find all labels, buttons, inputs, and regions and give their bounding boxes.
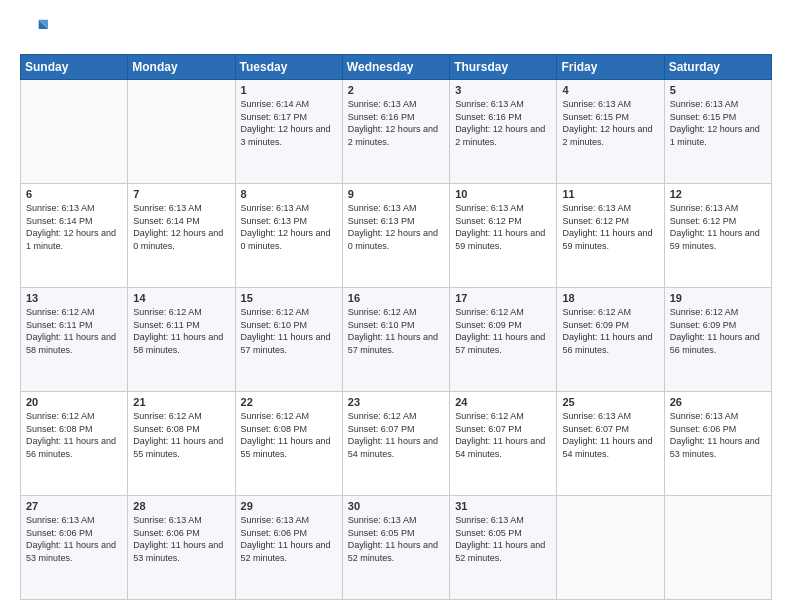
day-number: 6 [26,188,122,200]
calendar-cell [128,80,235,184]
weekday-header-sunday: Sunday [21,55,128,80]
day-number: 23 [348,396,444,408]
day-number: 22 [241,396,337,408]
day-number: 1 [241,84,337,96]
day-number: 2 [348,84,444,96]
day-number: 7 [133,188,229,200]
cell-content: Sunrise: 6:12 AM Sunset: 6:08 PM Dayligh… [241,410,337,460]
day-number: 27 [26,500,122,512]
day-number: 21 [133,396,229,408]
day-number: 10 [455,188,551,200]
calendar-cell [664,496,771,600]
cell-content: Sunrise: 6:13 AM Sunset: 6:16 PM Dayligh… [348,98,444,148]
calendar-cell: 23Sunrise: 6:12 AM Sunset: 6:07 PM Dayli… [342,392,449,496]
cell-content: Sunrise: 6:13 AM Sunset: 6:15 PM Dayligh… [670,98,766,148]
cell-content: Sunrise: 6:13 AM Sunset: 6:05 PM Dayligh… [455,514,551,564]
calendar-cell: 16Sunrise: 6:12 AM Sunset: 6:10 PM Dayli… [342,288,449,392]
calendar-cell: 22Sunrise: 6:12 AM Sunset: 6:08 PM Dayli… [235,392,342,496]
calendar-cell: 17Sunrise: 6:12 AM Sunset: 6:09 PM Dayli… [450,288,557,392]
day-number: 25 [562,396,658,408]
cell-content: Sunrise: 6:12 AM Sunset: 6:09 PM Dayligh… [562,306,658,356]
weekday-header-row: SundayMondayTuesdayWednesdayThursdayFrid… [21,55,772,80]
cell-content: Sunrise: 6:12 AM Sunset: 6:10 PM Dayligh… [348,306,444,356]
logo-icon [20,16,48,44]
cell-content: Sunrise: 6:13 AM Sunset: 6:06 PM Dayligh… [26,514,122,564]
weekday-header-wednesday: Wednesday [342,55,449,80]
calendar-cell: 3Sunrise: 6:13 AM Sunset: 6:16 PM Daylig… [450,80,557,184]
calendar-week-5: 27Sunrise: 6:13 AM Sunset: 6:06 PM Dayli… [21,496,772,600]
day-number: 29 [241,500,337,512]
day-number: 24 [455,396,551,408]
day-number: 9 [348,188,444,200]
calendar-cell: 2Sunrise: 6:13 AM Sunset: 6:16 PM Daylig… [342,80,449,184]
calendar-cell: 29Sunrise: 6:13 AM Sunset: 6:06 PM Dayli… [235,496,342,600]
day-number: 19 [670,292,766,304]
calendar-cell: 5Sunrise: 6:13 AM Sunset: 6:15 PM Daylig… [664,80,771,184]
calendar-cell: 19Sunrise: 6:12 AM Sunset: 6:09 PM Dayli… [664,288,771,392]
calendar-header: SundayMondayTuesdayWednesdayThursdayFrid… [21,55,772,80]
day-number: 26 [670,396,766,408]
cell-content: Sunrise: 6:13 AM Sunset: 6:07 PM Dayligh… [562,410,658,460]
day-number: 31 [455,500,551,512]
calendar-cell: 28Sunrise: 6:13 AM Sunset: 6:06 PM Dayli… [128,496,235,600]
cell-content: Sunrise: 6:13 AM Sunset: 6:14 PM Dayligh… [26,202,122,252]
cell-content: Sunrise: 6:12 AM Sunset: 6:08 PM Dayligh… [133,410,229,460]
cell-content: Sunrise: 6:13 AM Sunset: 6:05 PM Dayligh… [348,514,444,564]
calendar-week-2: 6Sunrise: 6:13 AM Sunset: 6:14 PM Daylig… [21,184,772,288]
calendar-cell: 27Sunrise: 6:13 AM Sunset: 6:06 PM Dayli… [21,496,128,600]
day-number: 30 [348,500,444,512]
day-number: 5 [670,84,766,96]
calendar-cell: 31Sunrise: 6:13 AM Sunset: 6:05 PM Dayli… [450,496,557,600]
day-number: 12 [670,188,766,200]
weekday-header-friday: Friday [557,55,664,80]
calendar-cell [557,496,664,600]
calendar-cell: 10Sunrise: 6:13 AM Sunset: 6:12 PM Dayli… [450,184,557,288]
day-number: 14 [133,292,229,304]
cell-content: Sunrise: 6:13 AM Sunset: 6:16 PM Dayligh… [455,98,551,148]
cell-content: Sunrise: 6:13 AM Sunset: 6:06 PM Dayligh… [670,410,766,460]
header [20,16,772,44]
calendar-table: SundayMondayTuesdayWednesdayThursdayFrid… [20,54,772,600]
day-number: 3 [455,84,551,96]
calendar-cell: 26Sunrise: 6:13 AM Sunset: 6:06 PM Dayli… [664,392,771,496]
calendar-cell [21,80,128,184]
cell-content: Sunrise: 6:13 AM Sunset: 6:12 PM Dayligh… [562,202,658,252]
cell-content: Sunrise: 6:13 AM Sunset: 6:13 PM Dayligh… [241,202,337,252]
weekday-header-monday: Monday [128,55,235,80]
cell-content: Sunrise: 6:12 AM Sunset: 6:07 PM Dayligh… [455,410,551,460]
calendar-cell: 24Sunrise: 6:12 AM Sunset: 6:07 PM Dayli… [450,392,557,496]
day-number: 18 [562,292,658,304]
weekday-header-thursday: Thursday [450,55,557,80]
day-number: 15 [241,292,337,304]
calendar-cell: 11Sunrise: 6:13 AM Sunset: 6:12 PM Dayli… [557,184,664,288]
calendar-cell: 30Sunrise: 6:13 AM Sunset: 6:05 PM Dayli… [342,496,449,600]
calendar-cell: 25Sunrise: 6:13 AM Sunset: 6:07 PM Dayli… [557,392,664,496]
cell-content: Sunrise: 6:12 AM Sunset: 6:08 PM Dayligh… [26,410,122,460]
weekday-header-tuesday: Tuesday [235,55,342,80]
cell-content: Sunrise: 6:13 AM Sunset: 6:12 PM Dayligh… [455,202,551,252]
calendar-body: 1Sunrise: 6:14 AM Sunset: 6:17 PM Daylig… [21,80,772,600]
day-number: 16 [348,292,444,304]
cell-content: Sunrise: 6:13 AM Sunset: 6:13 PM Dayligh… [348,202,444,252]
cell-content: Sunrise: 6:12 AM Sunset: 6:09 PM Dayligh… [455,306,551,356]
calendar-cell: 15Sunrise: 6:12 AM Sunset: 6:10 PM Dayli… [235,288,342,392]
page: SundayMondayTuesdayWednesdayThursdayFrid… [0,0,792,612]
cell-content: Sunrise: 6:12 AM Sunset: 6:11 PM Dayligh… [133,306,229,356]
cell-content: Sunrise: 6:13 AM Sunset: 6:14 PM Dayligh… [133,202,229,252]
calendar-cell: 4Sunrise: 6:13 AM Sunset: 6:15 PM Daylig… [557,80,664,184]
weekday-header-saturday: Saturday [664,55,771,80]
calendar-cell: 14Sunrise: 6:12 AM Sunset: 6:11 PM Dayli… [128,288,235,392]
day-number: 17 [455,292,551,304]
calendar-cell: 13Sunrise: 6:12 AM Sunset: 6:11 PM Dayli… [21,288,128,392]
cell-content: Sunrise: 6:13 AM Sunset: 6:06 PM Dayligh… [133,514,229,564]
calendar-cell: 1Sunrise: 6:14 AM Sunset: 6:17 PM Daylig… [235,80,342,184]
calendar-cell: 21Sunrise: 6:12 AM Sunset: 6:08 PM Dayli… [128,392,235,496]
calendar-cell: 6Sunrise: 6:13 AM Sunset: 6:14 PM Daylig… [21,184,128,288]
calendar-cell: 7Sunrise: 6:13 AM Sunset: 6:14 PM Daylig… [128,184,235,288]
calendar-cell: 20Sunrise: 6:12 AM Sunset: 6:08 PM Dayli… [21,392,128,496]
calendar-cell: 8Sunrise: 6:13 AM Sunset: 6:13 PM Daylig… [235,184,342,288]
cell-content: Sunrise: 6:13 AM Sunset: 6:12 PM Dayligh… [670,202,766,252]
calendar-cell: 18Sunrise: 6:12 AM Sunset: 6:09 PM Dayli… [557,288,664,392]
day-number: 8 [241,188,337,200]
day-number: 28 [133,500,229,512]
